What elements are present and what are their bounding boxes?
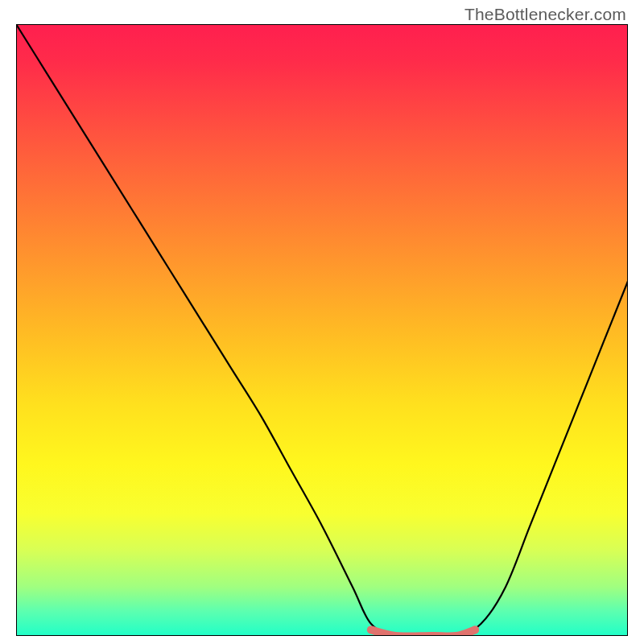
watermark-text: TheBottlenecker.com [464,5,626,24]
highlight-end-dot [471,625,479,634]
plot-area [16,24,628,636]
curve-layer [16,24,628,636]
highlight-segment [371,630,475,636]
chart-container: TheBottlenecker.com [0,0,644,644]
bottleneck-curve [16,24,628,636]
